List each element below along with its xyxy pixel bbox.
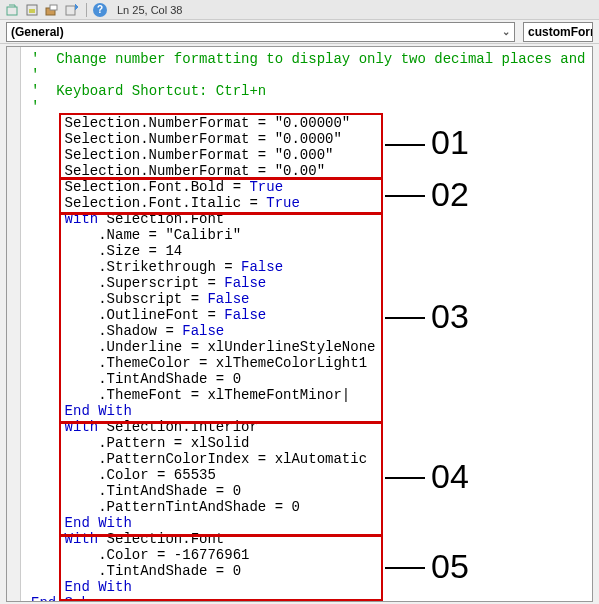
object-dropdown[interactable]: (General) ⌄ [6, 22, 515, 42]
callout-label-04: 04 [431, 457, 469, 496]
chevron-down-icon: ⌄ [502, 26, 510, 37]
toolbar-icon-2[interactable] [24, 2, 40, 18]
object-proc-selector-row: (General) ⌄ customForm [0, 20, 599, 44]
code-margin [7, 47, 21, 601]
svg-rect-2 [29, 9, 35, 13]
toolbar: ? Ln 25, Col 38 [0, 0, 599, 20]
cursor-position-label: Ln 25, Col 38 [117, 4, 182, 16]
toolbar-icon-4[interactable] [64, 2, 80, 18]
callout-label-03: 03 [431, 297, 469, 336]
procedure-dropdown-value: customForm [528, 25, 593, 39]
svg-rect-0 [7, 7, 17, 15]
toolbar-separator [86, 3, 87, 17]
svg-rect-4 [50, 5, 57, 10]
toolbar-icon-1[interactable] [4, 2, 20, 18]
toolbar-icon-3[interactable] [44, 2, 60, 18]
callout-label-02: 02 [431, 175, 469, 214]
help-icon[interactable]: ? [93, 3, 107, 17]
object-dropdown-value: (General) [11, 25, 64, 39]
procedure-dropdown[interactable]: customForm [523, 22, 593, 42]
code-pane[interactable]: ' Change number formatting to display on… [6, 46, 593, 602]
code-text: ' Change number formatting to display on… [21, 47, 593, 602]
svg-rect-5 [66, 6, 75, 15]
callout-label-01: 01 [431, 123, 469, 162]
callout-label-05: 05 [431, 547, 469, 586]
